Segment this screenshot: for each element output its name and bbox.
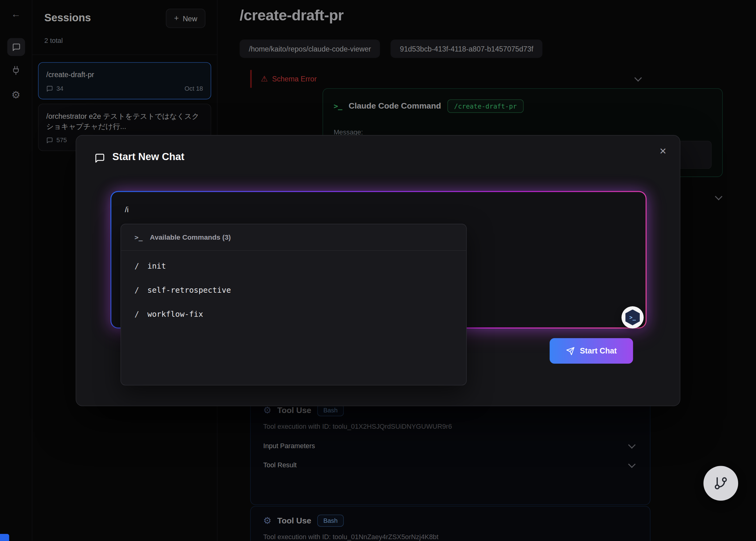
slash-prefix: / [135,261,139,270]
command-name: self-retrospective [148,285,231,294]
viewport: ← ⚙ Sessions + New 2 total /cre [0,0,756,541]
close-button[interactable]: × [658,143,668,159]
send-icon [566,347,575,355]
slash-prefix: / [135,285,139,294]
close-icon: × [659,144,666,157]
modal-title: Start New Chat [112,151,185,163]
slash-prefix: / [135,309,139,318]
terminal-prompt-icon: >_ [135,234,143,241]
devtools-badge[interactable] [0,534,9,541]
command-suggestions-popover: >_ Available Commands (3) / init / self-… [121,224,467,385]
hexagon-logo-icon: >_ [625,309,640,325]
command-name: init [148,261,166,270]
start-chat-button[interactable]: Start Chat [550,338,633,364]
git-branch-icon [713,476,728,490]
start-chat-label: Start Chat [580,347,617,355]
command-name: workflow-fix [148,309,203,318]
command-option-self-retrospective[interactable]: / self-retrospective [121,278,467,302]
command-option-workflow-fix[interactable]: / workflow-fix [121,302,467,326]
app-logo-button[interactable]: >_ [621,306,644,328]
commands-header-label: Available Commands (3) [150,234,231,241]
app-root: ← ⚙ Sessions + New 2 total /cre [0,0,756,541]
message-square-icon [95,153,105,164]
commands-header: >_ Available Commands (3) [121,224,467,251]
start-new-chat-modal: Start New Chat × /i >_ Available Command… [76,135,680,406]
chat-input-value: /i [125,206,129,214]
workflow-fab[interactable] [704,466,738,501]
command-option-init[interactable]: / init [121,254,467,278]
command-list: / init / self-retrospective / workflow-f… [121,251,467,326]
